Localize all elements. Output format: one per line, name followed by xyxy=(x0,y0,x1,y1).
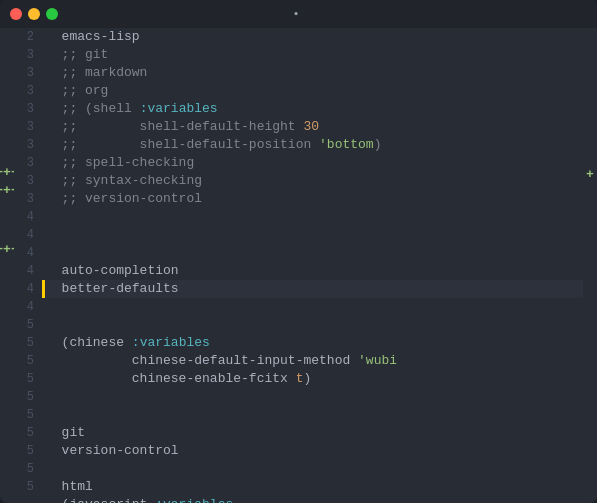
close-button[interactable] xyxy=(10,8,22,20)
code-line: ;; version-control xyxy=(46,190,583,208)
right-gutter-cell: + xyxy=(586,166,594,184)
line-number: 5 xyxy=(20,334,34,352)
line-number: 3 xyxy=(20,190,34,208)
code-line: better-defaults xyxy=(46,280,583,298)
line-number: 3 xyxy=(20,136,34,154)
minimize-button[interactable] xyxy=(28,8,40,20)
line-number: 5 xyxy=(20,478,34,496)
code-line xyxy=(46,388,583,406)
maximize-button[interactable] xyxy=(46,8,58,20)
code-line: version-control xyxy=(46,442,583,460)
code-line: chinese-default-input-method 'wubi xyxy=(46,352,583,370)
line-number: 5 xyxy=(20,352,34,370)
code-line: ;; markdown xyxy=(46,64,583,82)
line-number: 2 xyxy=(20,28,34,46)
line-number: 5 xyxy=(20,406,34,424)
window-title: ▪ xyxy=(293,8,305,20)
code-line xyxy=(46,208,583,226)
emacs-icon: ▪ xyxy=(293,8,300,20)
code-line: auto-completion xyxy=(46,262,583,280)
code-line xyxy=(46,244,583,262)
line-number: 5 xyxy=(20,388,34,406)
cursor-indicator xyxy=(42,280,45,298)
line-number: 4 xyxy=(20,244,34,262)
left-gutter: +++++++++ xyxy=(0,28,14,503)
line-numbers: 23333333334444445555555555 xyxy=(14,28,42,503)
line-number: 5 xyxy=(20,424,34,442)
code-line xyxy=(46,226,583,244)
editor-area[interactable]: +++++++++ 23333333334444445555555555 ema… xyxy=(0,28,597,503)
line-number: 3 xyxy=(20,46,34,64)
code-line: (javascript :variables xyxy=(46,496,583,503)
code-line xyxy=(46,460,583,478)
line-number: 5 xyxy=(20,442,34,460)
line-number: 4 xyxy=(20,280,34,298)
code-line: ;; git xyxy=(46,46,583,64)
code-line: html xyxy=(46,478,583,496)
line-number: 4 xyxy=(20,262,34,280)
line-number: 4 xyxy=(20,226,34,244)
code-line xyxy=(46,298,583,316)
line-number: 3 xyxy=(20,100,34,118)
line-number: 4 xyxy=(20,208,34,226)
code-line: git xyxy=(46,424,583,442)
code-line: chinese-enable-fcitx t) xyxy=(46,370,583,388)
code-line: ;; spell-checking xyxy=(46,154,583,172)
line-number: 4 xyxy=(20,298,34,316)
code-line: (chinese :variables xyxy=(46,334,583,352)
line-number: 5 xyxy=(20,460,34,478)
code-lines[interactable]: emacs-lisp ;; git ;; markdown ;; org ;; … xyxy=(42,28,583,503)
code-line: emacs-lisp xyxy=(46,28,583,46)
code-line: ;; shell-default-height 30 xyxy=(46,118,583,136)
line-number: 3 xyxy=(20,118,34,136)
line-number: 3 xyxy=(20,82,34,100)
code-line xyxy=(46,406,583,424)
code-line: ;; syntax-checking xyxy=(46,172,583,190)
line-number: 5 xyxy=(20,370,34,388)
code-line xyxy=(46,316,583,334)
emacs-window: ▪ +++++++++ 23333333334444445555555555 e… xyxy=(0,0,597,503)
right-gutter: + xyxy=(583,28,597,503)
line-number: 3 xyxy=(20,64,34,82)
line-number: 5 xyxy=(20,316,34,334)
code-line: ;; shell-default-position 'bottom) xyxy=(46,136,583,154)
line-number: 3 xyxy=(20,172,34,190)
traffic-lights xyxy=(10,8,58,20)
code-line: ;; org xyxy=(46,82,583,100)
line-number: 3 xyxy=(20,154,34,172)
titlebar: ▪ xyxy=(0,0,597,28)
code-area[interactable]: emacs-lisp ;; git ;; markdown ;; org ;; … xyxy=(42,28,583,503)
code-line: ;; (shell :variables xyxy=(46,100,583,118)
